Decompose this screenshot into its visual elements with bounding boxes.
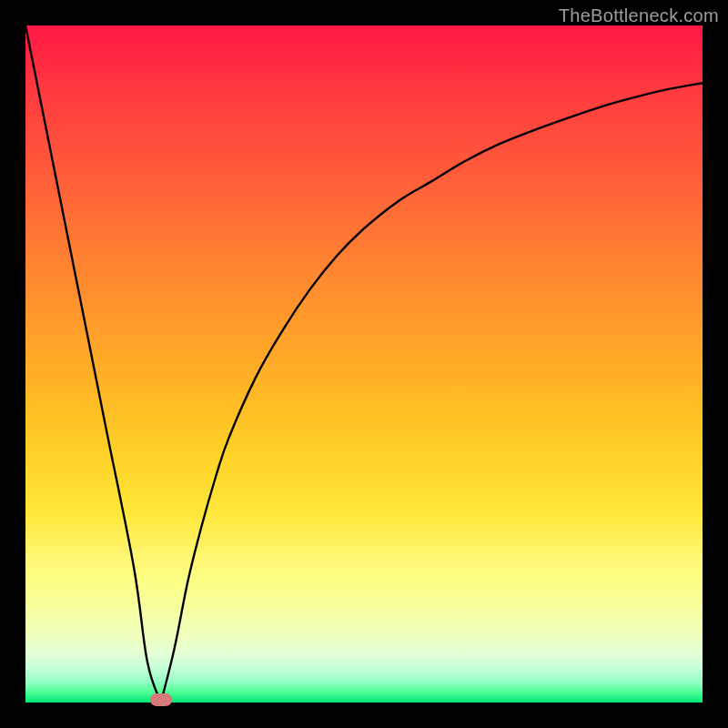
bottleneck-curve <box>25 25 703 703</box>
plot-area <box>25 25 703 703</box>
chart-frame: TheBottleneck.com <box>0 0 728 728</box>
watermark-text: TheBottleneck.com <box>559 5 719 26</box>
optimum-marker <box>150 693 172 706</box>
